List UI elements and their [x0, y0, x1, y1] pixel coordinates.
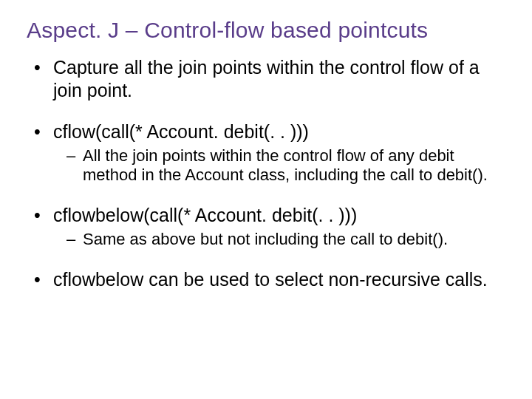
sub-bullet-text: Same as above but not including the call… [83, 230, 448, 248]
sub-bullet-item: Same as above but not including the call… [66, 230, 505, 249]
bullet-text: cflowbelow(call(* Account. debit(. . ))) [53, 205, 357, 225]
bullet-text: cflowbelow can be used to select non-rec… [53, 269, 488, 290]
sub-bullet-list: All the join points within the control f… [66, 146, 505, 185]
bullet-item: cflow(call(* Account. debit(. . ))) All … [34, 120, 505, 185]
bullet-item: cflowbelow can be used to select non-rec… [34, 268, 505, 291]
sub-bullet-list: Same as above but not including the call… [66, 230, 505, 249]
bullet-list: Capture all the join points within the c… [34, 56, 505, 291]
bullet-text: Capture all the join points within the c… [53, 57, 480, 100]
sub-bullet-text: All the join points within the control f… [83, 146, 488, 184]
slide: Aspect. J – Control-flow based pointcuts… [0, 0, 532, 399]
sub-bullet-item: All the join points within the control f… [66, 146, 505, 185]
bullet-item: Capture all the join points within the c… [34, 56, 505, 101]
slide-title: Aspect. J – Control-flow based pointcuts [27, 18, 505, 43]
bullet-item: cflowbelow(call(* Account. debit(. . )))… [34, 204, 505, 249]
bullet-text: cflow(call(* Account. debit(. . ))) [53, 121, 309, 142]
